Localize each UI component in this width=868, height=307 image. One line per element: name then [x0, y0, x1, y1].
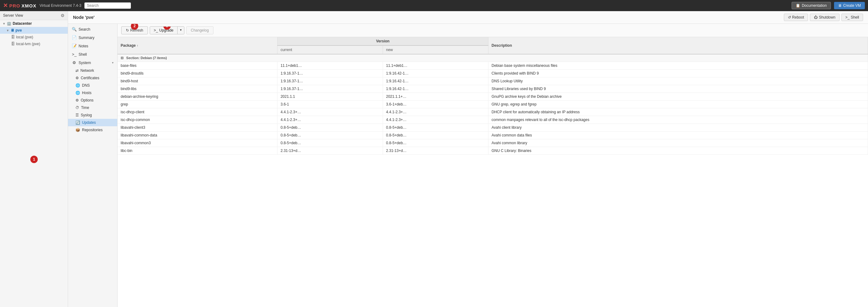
documentation-button[interactable]: 📋 Documentation: [792, 2, 831, 9]
cell-description: GNU C Library: Binaries: [489, 147, 868, 155]
dns-icon: 🌐: [75, 83, 80, 88]
sidebar-header: Server View ⚙: [0, 11, 68, 20]
product-version: Virtual Environment 7.4-3: [40, 3, 81, 8]
sidebar-item-local-pve[interactable]: 🗄 local (pve): [0, 34, 68, 40]
col-version-header: Version: [277, 37, 488, 45]
table-row[interactable]: base-files 11.1+deb1… 11.1+deb1… Debian …: [118, 62, 868, 70]
changelog-label: Changelog: [191, 28, 209, 32]
storage-icon: 🗄: [11, 35, 15, 39]
table-row[interactable]: debian-archive-keyring 2021.1.1 2021.1.1…: [118, 93, 868, 100]
expand-icon[interactable]: ⊟: [121, 56, 123, 60]
col-package-header[interactable]: Package ↑: [118, 37, 277, 54]
create-vm-label: Create VM: [843, 3, 861, 8]
cell-current: 0.8-5+deb…: [277, 131, 383, 139]
sidebar: Server View ⚙ ▼ 🏢 Datacenter ▼ 🖥 pve 🗄 l…: [0, 11, 68, 307]
nav-sub-item-dns[interactable]: 🌐 DNS: [68, 82, 117, 89]
cell-package: bind9-host: [118, 78, 277, 85]
syslog-icon: ☰: [75, 113, 79, 117]
version-label: 7.4-3: [73, 3, 81, 8]
cell-current: 2021.1.1: [277, 93, 383, 100]
nav-sub-item-time[interactable]: ⏱ Time: [68, 104, 117, 112]
table-row[interactable]: libavahi-common3 0.8-5+deb… 0.8-5+deb… A…: [118, 139, 868, 147]
shutdown-button[interactable]: ⏻ Shutdown: [810, 13, 839, 21]
nav-sub-item-repositories[interactable]: 📦 Repositories: [68, 126, 117, 134]
system-nav-label: System: [79, 61, 91, 65]
nav-sub-item-syslog[interactable]: ☰ Syslog: [68, 112, 117, 119]
sidebar-view-label: Server View: [3, 13, 23, 18]
shell-label: Shell: [851, 15, 859, 20]
table-row[interactable]: libavahi-client3 0.8-5+deb… 0.8-5+deb… A…: [118, 124, 868, 131]
sidebar-item-datacenter[interactable]: ▼ 🏢 Datacenter: [0, 20, 68, 27]
nav-item-notes[interactable]: 📝 Notes: [68, 42, 117, 50]
cell-current: 0.8-5+deb…: [277, 124, 383, 131]
badge-2-text: 2: [134, 24, 136, 28]
search-nav-label: Search: [79, 27, 90, 32]
cell-new: 0.8-5+deb…: [383, 139, 488, 147]
page-title: Node 'pve': [73, 15, 95, 20]
content-header: Node 'pve' ↺ Reboot ⏻ Shutdown >_ Shell: [68, 11, 868, 24]
table-row[interactable]: libc-bin 2.31-13+d… 2.31-13+d… GNU C Lib…: [118, 147, 868, 155]
network-label: Network: [81, 68, 94, 73]
package-header-text: Package: [121, 43, 136, 48]
table-row[interactable]: isc-dhcp-client 4.4.1-2.3+… 4.4.1-2.3+… …: [118, 108, 868, 116]
local-lvm-label: local-lvm (pve): [16, 42, 40, 46]
cell-package: grep: [118, 100, 277, 108]
table-row[interactable]: bind9-dnsutils 1:9.16.37-1… 1:9.16.42-1……: [118, 70, 868, 78]
nav-sub-item-network[interactable]: ⇄ Network: [68, 67, 117, 74]
table-row[interactable]: grep 3.6-1 3.6-1+deb… GNU grep, egrep an…: [118, 100, 868, 108]
global-search-input[interactable]: [85, 2, 131, 9]
time-label: Time: [81, 105, 89, 110]
group-row: ⊟ Section: Debian (7 items): [118, 54, 868, 62]
package-table-container: Package ↑ Version Description: [118, 37, 868, 307]
col-current-header: current: [277, 45, 383, 54]
table-row[interactable]: libavahi-common-data 0.8-5+deb… 0.8-5+de…: [118, 131, 868, 139]
changelog-button[interactable]: Changelog: [186, 26, 213, 34]
nav-sub-item-hosts[interactable]: 🌐 Hosts: [68, 89, 117, 97]
refresh-button[interactable]: ↻ Refresh 2 ↑: [121, 26, 148, 34]
shell-icon: >_: [845, 15, 850, 20]
network-icon: ⇄: [75, 68, 79, 73]
left-nav: 🔍 Search 📄 Summary 📝 Notes >_ Shell ⚙: [68, 24, 118, 307]
nav-sub-item-updates[interactable]: 🔄 Updates: [68, 119, 117, 126]
shell-button[interactable]: >_ Shell: [841, 13, 863, 21]
create-vm-button[interactable]: 🖥 Create VM: [834, 2, 865, 9]
nav-item-summary[interactable]: 📄 Summary: [68, 33, 117, 42]
terminal2-icon: >_: [154, 28, 158, 32]
sort-up-icon: ↑: [137, 44, 138, 48]
cell-description: Clients provided with BIND 9: [489, 70, 868, 78]
product-label: Virtual Environment: [40, 3, 72, 8]
logo-x-icon: ✕: [3, 2, 8, 9]
upgrade-split-button[interactable]: >_ Upgrade ▾ 3 ↑: [150, 26, 184, 34]
cell-new: 2.31-13+d…: [383, 147, 488, 155]
nav-item-shell[interactable]: >_ Shell: [68, 50, 117, 59]
monitor-icon: 🖥: [838, 3, 842, 8]
cell-new: 11.1+deb1…: [383, 62, 488, 70]
cell-current: 11.1+deb1…: [277, 62, 383, 70]
cell-package: bind9-libs: [118, 85, 277, 93]
group-label: Section: Debian (7 items): [126, 56, 167, 60]
nav-item-system[interactable]: ⚙ System ▾: [68, 59, 117, 67]
nav-sub-item-certificates[interactable]: ⚙ Certificates: [68, 74, 117, 82]
upgrade-dropdown-button[interactable]: ▾: [178, 27, 184, 34]
topbar: ✕ PROXMOX Virtual Environment 7.4-3 📋 Do…: [0, 0, 868, 11]
sidebar-item-local-lvm-pve[interactable]: 🗄 local-lvm (pve): [0, 40, 68, 48]
version-header-text: Version: [376, 39, 390, 43]
cert-label: Certificates: [81, 76, 99, 80]
cell-new: 0.8-5+deb…: [383, 131, 488, 139]
cell-package: libc-bin: [118, 147, 277, 155]
table-row[interactable]: bind9-host 1:9.16.37-1… 1:9.16.42-1… DNS…: [118, 78, 868, 85]
sidebar-item-pve[interactable]: ▼ 🖥 pve: [0, 27, 68, 34]
nav-item-search[interactable]: 🔍 Search: [68, 25, 117, 33]
cert-icon: ⚙: [75, 76, 79, 80]
shell-nav-label: Shell: [79, 52, 87, 57]
reboot-button[interactable]: ↺ Reboot: [784, 13, 808, 21]
nav-sub-item-options[interactable]: ⚙ Options: [68, 97, 117, 104]
cell-package: libavahi-common-data: [118, 131, 277, 139]
cell-new: 2021.1.1+…: [383, 93, 488, 100]
time-icon: ⏱: [75, 105, 79, 110]
cell-description: Debian base system miscellaneous files: [489, 62, 868, 70]
gear-icon[interactable]: ⚙: [61, 13, 65, 18]
table-row[interactable]: isc-dhcp-common 4.4.1-2.3+… 4.4.1-2.3+… …: [118, 116, 868, 124]
table-row[interactable]: bind9-libs 1:9.16.37-1… 1:9.16.42-1… Sha…: [118, 85, 868, 93]
cell-new: 1:9.16.42-1…: [383, 85, 488, 93]
